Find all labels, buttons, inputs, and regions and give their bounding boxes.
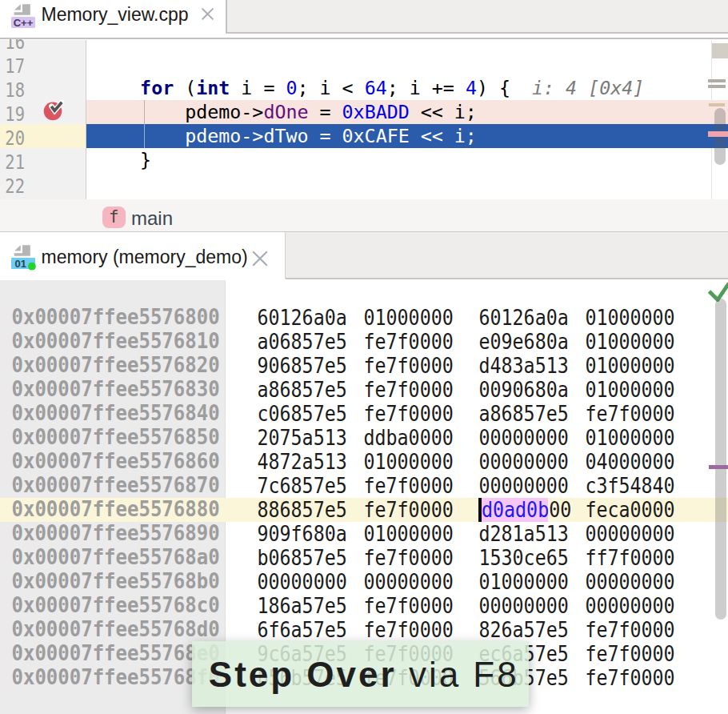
svg-text:01: 01 [15,258,26,270]
svg-text:C++: C++ [14,17,34,29]
